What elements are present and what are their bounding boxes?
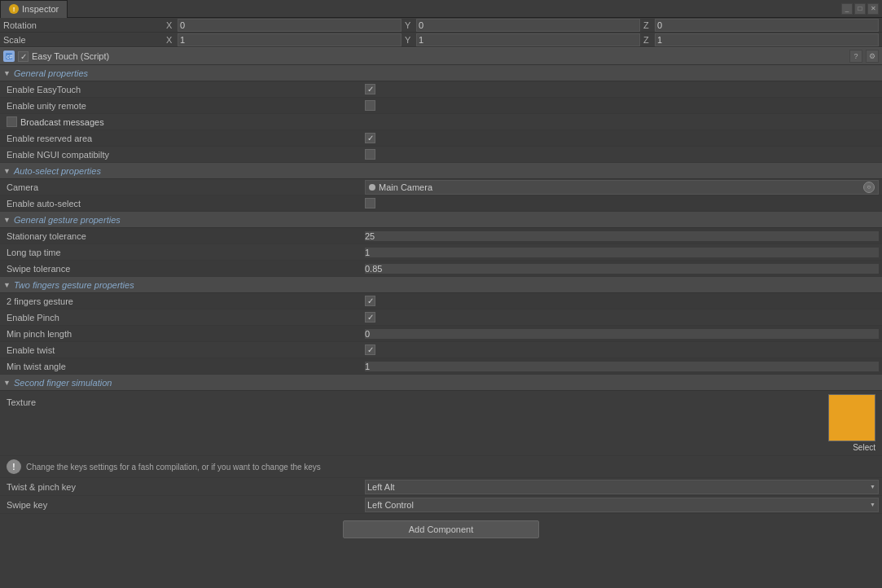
stationary-tolerance-input[interactable] (365, 231, 879, 241)
second-finger-sim-section[interactable]: ▼ Second finger simulation (0, 375, 882, 391)
scale-row: Scale X Y Z (0, 33, 882, 47)
camera-dot (369, 184, 375, 191)
component-controls: ? ⚙ (849, 50, 879, 63)
rotation-x-col: X (166, 19, 402, 32)
camera-value-field[interactable]: Main Camera ○ (365, 180, 879, 195)
two-fingers-gesture-value (365, 296, 879, 306)
two-fingers-section[interactable]: ▼ Two fingers gesture properties (0, 277, 882, 293)
stationary-tolerance-value (365, 231, 879, 241)
long-tap-time-value (365, 248, 879, 257)
general-properties-title: General properties (14, 68, 88, 78)
scale-z-axis: Z (643, 35, 653, 45)
add-component-bar: Add Component (0, 514, 882, 545)
min-twist-angle-label: Min twist angle (7, 362, 365, 371)
scale-x-axis: X (166, 35, 176, 45)
two-fingers-arrow: ▼ (3, 281, 11, 289)
twist-pinch-key-row: Twist & pinch key Left Alt Right Alt Lef… (0, 478, 882, 496)
general-properties-section[interactable]: ▼ General properties (0, 65, 882, 81)
long-tap-time-input[interactable] (365, 248, 879, 257)
swipe-key-select[interactable]: Left Alt Right Alt Left Control Right Co… (365, 498, 879, 512)
texture-thumbnail[interactable] (828, 394, 875, 441)
scale-y-input[interactable] (416, 33, 640, 46)
scale-y-axis: Y (405, 35, 415, 45)
enable-unity-remote-row: Enable unity remote (0, 98, 882, 114)
rotation-z-input[interactable] (655, 19, 879, 32)
gesture-properties-section[interactable]: ▼ General gesture properties (0, 212, 882, 228)
enable-reserved-area-checkbox[interactable] (365, 133, 375, 143)
stationary-tolerance-row: Stationary tolerance (0, 228, 882, 244)
rotation-z-axis: Z (643, 20, 653, 30)
two-fingers-gesture-checkbox[interactable] (365, 296, 375, 306)
scale-x-input[interactable] (178, 33, 402, 46)
maximize-btn[interactable]: □ (854, 3, 866, 15)
rotation-cols: X Y Z (166, 19, 879, 32)
enable-twist-row: Enable twist (0, 342, 882, 358)
enable-reserved-area-row: Enable reserved area (0, 130, 882, 147)
min-pinch-length-input[interactable] (365, 329, 879, 339)
rotation-row: Rotation X Y Z (0, 18, 882, 33)
enable-pinch-row: Enable Pinch (0, 309, 882, 326)
component-enable-checkbox[interactable] (18, 51, 29, 62)
enable-auto-select-checkbox[interactable] (365, 198, 375, 208)
second-finger-sim-title: Second finger simulation (14, 378, 112, 388)
swipe-key-row: Swipe key Left Alt Right Alt Left Contro… (0, 496, 882, 514)
enable-ngui-checkbox[interactable] (365, 149, 375, 160)
rotation-y-axis: Y (405, 20, 415, 30)
broadcast-messages-label: Broadcast messages (20, 117, 104, 127)
enable-ngui-value (365, 149, 879, 160)
rotation-x-input[interactable] (178, 19, 402, 32)
gesture-properties-arrow: ▼ (3, 216, 11, 224)
swipe-tolerance-input[interactable] (365, 264, 879, 274)
texture-label: Texture (7, 394, 365, 407)
enable-easytouch-label: Enable EasyTouch (7, 85, 365, 94)
inspector-tab[interactable]: ! Inspector (0, 0, 68, 18)
auto-select-arrow: ▼ (3, 167, 11, 175)
enable-reserved-area-label: Enable reserved area (7, 134, 365, 143)
long-tap-time-label: Long tap time (7, 248, 365, 257)
camera-circle-btn[interactable]: ○ (863, 182, 875, 193)
info-icon: ! (7, 459, 21, 474)
texture-value: Select (365, 394, 875, 452)
two-fingers-gesture-label: 2 fingers gesture (7, 296, 365, 306)
enable-auto-select-label: Enable auto-select (7, 199, 365, 208)
scale-x-col: X (166, 33, 402, 46)
info-row: ! Change the keys settings for a fash co… (0, 456, 882, 478)
enable-easytouch-checkbox[interactable] (365, 84, 375, 94)
min-twist-angle-input[interactable] (365, 362, 879, 371)
help-button[interactable]: ? (849, 50, 862, 63)
min-twist-angle-value (365, 362, 879, 371)
min-twist-angle-row: Min twist angle (0, 358, 882, 375)
enable-auto-select-row: Enable auto-select (0, 195, 882, 212)
stationary-tolerance-label: Stationary tolerance (7, 231, 365, 241)
enable-unity-remote-checkbox[interactable] (365, 100, 375, 111)
minimize-btn[interactable]: _ (841, 3, 853, 15)
enable-unity-remote-label: Enable unity remote (7, 101, 365, 111)
camera-row: Camera Main Camera ○ (0, 179, 882, 195)
close-tab-btn[interactable]: ✕ (867, 3, 879, 15)
scale-z-input[interactable] (655, 33, 879, 46)
rotation-x-axis: X (166, 20, 176, 30)
second-finger-sim-arrow: ▼ (3, 379, 11, 387)
scale-label: Scale (3, 35, 166, 45)
add-component-button[interactable]: Add Component (343, 520, 540, 538)
enable-pinch-label: Enable Pinch (7, 313, 365, 323)
rotation-y-col: Y (405, 19, 640, 32)
scale-y-col: Y (405, 33, 640, 46)
min-pinch-length-value (365, 329, 879, 339)
inspector-body: Rotation X Y Z Scale X Y (0, 18, 882, 588)
enable-twist-checkbox[interactable] (365, 344, 375, 355)
enable-easytouch-value (365, 84, 879, 94)
texture-select-label[interactable]: Select (828, 443, 875, 452)
info-text: Change the keys settings for a fash comp… (26, 463, 875, 472)
texture-row: Texture Select (0, 391, 882, 456)
scale-cols: X Y Z (166, 33, 879, 46)
enable-pinch-value (365, 312, 879, 323)
enable-pinch-checkbox[interactable] (365, 312, 375, 323)
broadcast-messages-row: Broadcast messages (0, 114, 882, 130)
twist-pinch-key-select[interactable]: Left Alt Right Alt Left Control Right Co… (365, 480, 879, 494)
settings-button[interactable]: ⚙ (866, 50, 879, 63)
rotation-label: Rotation (3, 20, 166, 30)
auto-select-section[interactable]: ▼ Auto-select properties (0, 163, 882, 179)
rotation-y-input[interactable] (416, 19, 640, 32)
broadcast-messages-checkbox[interactable] (7, 116, 17, 127)
